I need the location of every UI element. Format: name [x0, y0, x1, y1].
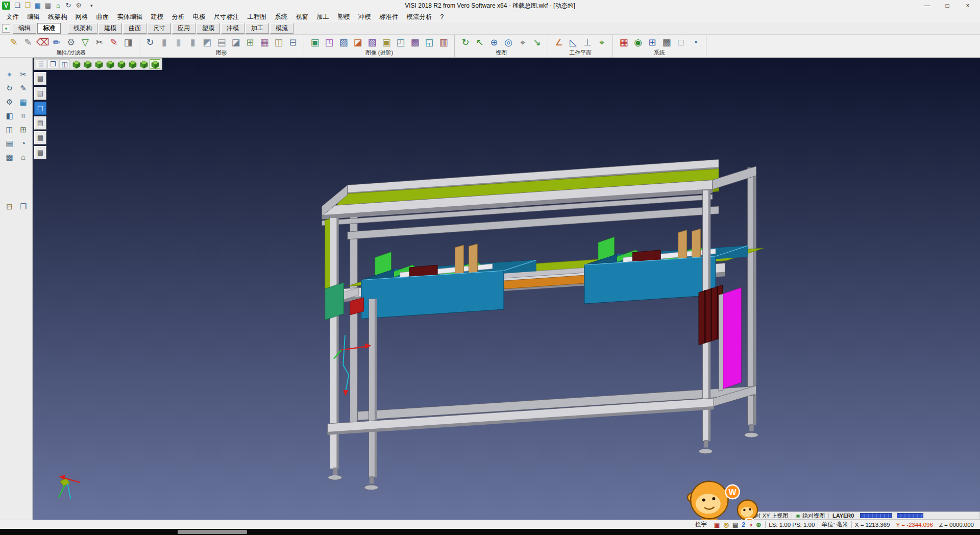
toolbar-icon[interactable]: ⌖	[595, 35, 608, 49]
toolbar-icon[interactable]: ⊟	[286, 35, 300, 49]
menu-item[interactable]: 模流分析	[403, 12, 436, 22]
toolbar-icon[interactable]: ▮	[186, 35, 200, 49]
toolbar-icon[interactable]: ▦	[258, 35, 271, 49]
snap-toggle-label[interactable]: 拴宇	[692, 521, 710, 528]
dock-tool-icon[interactable]: ▩	[3, 151, 16, 164]
menu-item[interactable]: 尺寸标注	[210, 12, 243, 22]
tab[interactable]: 标准	[37, 23, 61, 34]
viewport-layout-icon[interactable]: ◫	[59, 59, 70, 69]
status-icon[interactable]: ⊕	[756, 521, 761, 528]
menu-item[interactable]: ?	[436, 12, 448, 21]
toolbar-icon[interactable]: ✂	[93, 35, 106, 49]
toolbar-icon[interactable]: ▮	[172, 35, 185, 49]
toolbar-icon[interactable]: ▽	[79, 35, 92, 49]
toolbar-icon[interactable]: ⊞	[646, 35, 659, 49]
menu-item[interactable]: 分析	[168, 12, 189, 22]
viewport-layout-icon[interactable]: ❐	[47, 59, 58, 69]
view-menu-icon[interactable]: ☰	[36, 59, 46, 69]
dock-tool-icon[interactable]: ◧	[3, 109, 16, 123]
maximize-button[interactable]: □	[937, 1, 958, 11]
view-cube-icon[interactable]	[71, 59, 82, 69]
view-cube-icon[interactable]	[105, 59, 115, 69]
side-panel-button[interactable]: ▤	[34, 146, 46, 159]
tab[interactable]: 加工	[246, 23, 269, 34]
toolbar-icon[interactable]: ▮	[158, 35, 171, 49]
dock-tool-icon[interactable]: ◔	[16, 137, 30, 151]
view-cube-icon[interactable]	[116, 59, 127, 69]
menu-item[interactable]: 曲面	[92, 12, 113, 22]
toolbar-icon[interactable]: ◰	[394, 35, 407, 49]
status-icon[interactable]: 2	[742, 521, 745, 528]
toolbar-icon[interactable]: ↘	[530, 35, 544, 49]
toolbar-icon[interactable]: ⚙	[64, 35, 78, 49]
quick-access-icon[interactable]: ⚙	[74, 1, 84, 10]
dock-tool-icon[interactable]: ⊞	[16, 123, 30, 137]
view-cube-icon[interactable]	[150, 59, 160, 69]
viewport-canvas[interactable]	[33, 58, 980, 520]
dock-tool-icon[interactable]: ✎	[16, 82, 30, 95]
toolbar-icon[interactable]: ⌫	[36, 35, 49, 49]
quick-access-icon[interactable]: ❐	[22, 1, 33, 10]
toolbar-icon[interactable]: ▧	[365, 35, 379, 49]
toolbar-icon[interactable]: ◳	[323, 35, 336, 49]
menu-item[interactable]: 建模	[147, 12, 168, 22]
toolbar-icon[interactable]: ▣	[380, 35, 393, 49]
menu-item[interactable]: 电极	[189, 12, 210, 22]
tab[interactable]: 尺寸	[148, 23, 171, 34]
layer-label[interactable]: LAYER0	[832, 513, 854, 519]
side-panel-button[interactable]: ▤	[34, 116, 46, 130]
dock-tool-icon[interactable]: ✂	[16, 68, 30, 82]
toolbar-icon[interactable]: ✏	[50, 35, 63, 49]
tab[interactable]: 冲模	[221, 23, 244, 34]
side-panel-button[interactable]: ▤	[34, 131, 46, 144]
toolbar-icon[interactable]: ◉	[631, 35, 645, 49]
toolbar-icon[interactable]: ◔	[689, 35, 702, 49]
side-panel-button[interactable]: ▤	[34, 87, 46, 100]
toolbar-icon[interactable]: ◫	[272, 35, 285, 49]
tab[interactable]: 曲面	[123, 23, 146, 34]
toolbar-icon[interactable]: ◺	[567, 35, 580, 49]
menu-item[interactable]: 加工	[312, 12, 333, 22]
view-cube-icon[interactable]	[138, 59, 149, 69]
toolbar-icon[interactable]: ◎	[502, 35, 515, 49]
dock-tool-icon[interactable]: ⊟	[3, 200, 16, 214]
close-button[interactable]: ×	[958, 1, 978, 11]
quick-access-icon[interactable]: ❏	[12, 1, 22, 10]
toolbar-icon[interactable]: ◱	[423, 35, 436, 49]
toolbar-icon[interactable]: ▩	[408, 35, 422, 49]
tab[interactable]: 编辑	[13, 23, 36, 34]
side-panel-button[interactable]: ▤	[34, 102, 46, 115]
menu-item[interactable]: 编辑	[23, 12, 44, 22]
minimize-button[interactable]: —	[917, 1, 937, 11]
taskbar-window-segment[interactable]	[178, 530, 247, 534]
status-icon[interactable]: ▣	[714, 521, 720, 528]
toolbar-icon[interactable]: ✎	[21, 35, 35, 49]
absolute-view-label[interactable]: 绝对视图	[802, 512, 825, 520]
status-icon[interactable]: ◑	[749, 521, 752, 528]
toolbar-icon[interactable]: ▩	[660, 35, 673, 49]
menu-item[interactable]: 标准件	[375, 12, 403, 22]
menu-item[interactable]: 网格	[71, 12, 92, 22]
toolbar-icon[interactable]: ◨	[121, 35, 135, 49]
toolbar-icon[interactable]: ◪	[229, 35, 242, 49]
dock-tool-icon[interactable]: ▤	[3, 137, 16, 151]
toolbar-icon[interactable]: ↻	[143, 35, 157, 49]
view-cube-icon[interactable]	[93, 59, 104, 69]
menu-item[interactable]: 实体编辑	[113, 12, 147, 22]
dock-tool-icon[interactable]: ▦	[16, 95, 30, 109]
toolbar-icon[interactable]: ⊕	[487, 35, 501, 49]
side-panel-button[interactable]: ▤	[34, 72, 46, 85]
view-cube-icon[interactable]	[82, 59, 93, 69]
toolbar-icon[interactable]: ✎	[7, 35, 20, 49]
menu-item[interactable]: 冲模	[354, 12, 375, 22]
status-icon[interactable]: ◎	[723, 521, 728, 528]
quick-access-icon[interactable]: ▦	[33, 1, 43, 10]
toolbar-icon[interactable]: ▥	[437, 35, 450, 49]
toolbar-icon[interactable]: ↖	[473, 35, 486, 49]
menu-item[interactable]: 工程图	[243, 12, 271, 22]
tab[interactable]: 应用	[172, 23, 195, 34]
toolbar-icon[interactable]: ✎	[107, 35, 120, 49]
toolbar-icon[interactable]: ⊥	[581, 35, 594, 49]
view-cube-icon[interactable]	[127, 59, 138, 69]
toolbar-icon[interactable]: ∠	[552, 35, 566, 49]
